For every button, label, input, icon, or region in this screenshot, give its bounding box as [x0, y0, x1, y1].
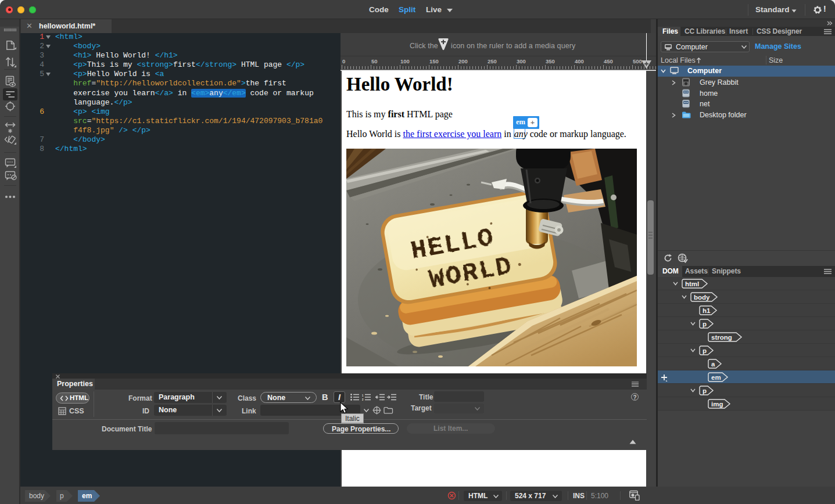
svg-text:p: p: [703, 347, 707, 354]
svg-text:250: 250: [488, 58, 497, 64]
svg-text:100: 100: [400, 58, 410, 64]
svg-text:p: p: [703, 321, 707, 327]
svg-text:450: 450: [604, 58, 613, 64]
svg-text:strong: strong: [711, 334, 732, 341]
svg-text:h1: h1: [703, 307, 711, 314]
svg-text:200: 200: [458, 58, 468, 64]
svg-text:50: 50: [371, 58, 378, 64]
svg-text:p: p: [703, 387, 707, 394]
svg-text:0: 0: [342, 58, 345, 64]
svg-text:2: 2: [362, 398, 364, 401]
svg-text:html: html: [685, 280, 699, 287]
svg-text:em: em: [711, 374, 721, 381]
svg-text:350: 350: [546, 58, 555, 64]
svg-text:150: 150: [429, 58, 439, 64]
svg-text:1: 1: [362, 394, 364, 397]
svg-text:a: a: [711, 361, 715, 368]
svg-text:body: body: [694, 294, 710, 301]
svg-text:400: 400: [575, 58, 584, 64]
svg-text:500: 500: [633, 58, 642, 64]
svg-text:img: img: [711, 401, 723, 408]
svg-text:300: 300: [517, 58, 526, 64]
